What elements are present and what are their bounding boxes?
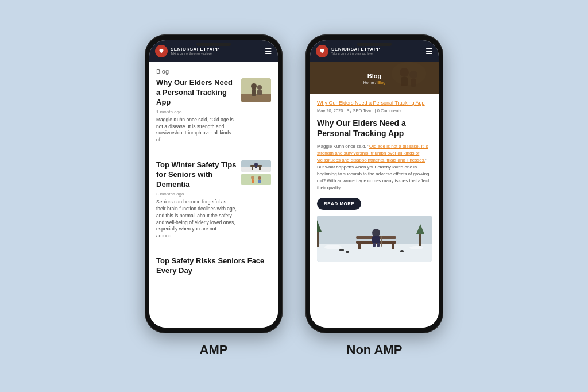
svg-rect-2 <box>241 94 271 102</box>
svg-rect-4 <box>252 89 256 96</box>
excerpt-text-1: Maggie Kuhn once said, " <box>317 144 369 149</box>
svg-rect-16 <box>252 179 254 183</box>
amp-article-2-excerpt: Seniors can become forgetful as their br… <box>156 199 237 240</box>
svg-point-17 <box>258 176 261 180</box>
amp-article-2-thumb-1 <box>241 160 271 172</box>
non-amp-screen-content: Why Our Elders Need a Personal Tracking … <box>310 94 439 328</box>
svg-rect-11 <box>259 167 261 170</box>
non-amp-banner: Blog Home / Blog <box>310 62 439 94</box>
amp-content-area: Blog Why Our Elders Need a Personal Trac… <box>149 62 278 290</box>
non-amp-article-meta: May 20, 2020 | By SEO Team | 0 Comments <box>317 108 432 113</box>
amp-article-1-title[interactable]: Why Our Elders Need a Personal Tracking … <box>156 78 237 107</box>
non-amp-navbar-brand: SENIORSAFETYAPP Taking care of the ones … <box>316 45 380 57</box>
amp-article-2-title[interactable]: Top Winter Safety Tips for Seniors with … <box>156 160 237 190</box>
amp-article-2: Top Winter Safety Tips for Seniors with … <box>156 160 271 248</box>
amp-phone-screen: SENIORSAFETYAPP Taking care of the ones … <box>149 40 278 328</box>
amp-brand-text: SENIORSAFETYAPP Taking care of the ones … <box>171 47 219 56</box>
svg-point-38 <box>372 229 380 237</box>
amp-phone-frame: SENIORSAFETYAPP Taking care of the ones … <box>145 34 283 333</box>
non-amp-banner-overlay: Blog Home / Blog <box>310 62 439 94</box>
non-amp-article-link[interactable]: Why Our Elders Need a Personal Tracking … <box>317 100 432 106</box>
amp-article-1-thumb-img <box>241 78 271 102</box>
svg-rect-42 <box>381 236 382 247</box>
amp-article-2-text: Top Winter Safety Tips for Seniors with … <box>156 160 237 240</box>
svg-rect-13 <box>255 166 257 168</box>
svg-rect-37 <box>392 244 394 249</box>
svg-rect-6 <box>257 90 262 95</box>
non-amp-brand-name: SENIORSAFETYAPP <box>331 47 380 52</box>
amp-article-1: Why Our Elders Need a Personal Tracking … <box>156 78 271 152</box>
svg-point-12 <box>254 163 258 166</box>
amp-article-2-thumbs <box>241 160 271 185</box>
non-amp-article-image <box>317 216 432 262</box>
svg-rect-18 <box>258 180 261 183</box>
non-amp-article-excerpt: Maggie Kuhn once said, "Old age is not a… <box>317 143 432 191</box>
amp-phone-wrapper: SENIORSAFETYAPP Taking care of the ones … <box>145 34 283 358</box>
svg-rect-14 <box>241 174 271 185</box>
amp-navbar: SENIORSAFETYAPP Taking care of the ones … <box>149 40 278 62</box>
non-amp-breadcrumb: Home / Blog <box>363 80 386 84</box>
svg-point-5 <box>257 85 262 90</box>
svg-point-43 <box>339 249 344 251</box>
non-amp-banner-title: Blog <box>368 72 381 79</box>
amp-brand-tagline: Taking care of the ones you love <box>171 52 219 55</box>
amp-hamburger-icon[interactable]: ☰ <box>265 47 272 55</box>
breadcrumb-home[interactable]: Home <box>363 80 374 84</box>
amp-brand-name: SENIORSAFETYAPP <box>171 47 219 52</box>
svg-rect-39 <box>372 236 380 243</box>
amp-label: AMP <box>200 343 228 358</box>
non-amp-label: Non AMP <box>347 343 403 358</box>
svg-rect-41 <box>377 243 380 247</box>
svg-point-15 <box>251 176 254 179</box>
svg-rect-10 <box>252 167 253 170</box>
amp-article-1-date: 1 month ago <box>156 109 237 114</box>
amp-screen-content: Blog Why Our Elders Need a Personal Trac… <box>149 62 278 328</box>
svg-point-47 <box>409 246 423 249</box>
svg-point-3 <box>251 83 257 89</box>
amp-article-3-title[interactable]: Top Safety Risks Seniors Face Every Day <box>156 256 271 276</box>
non-amp-phone-wrapper: SENIORSAFETYAPP Taking care of the ones … <box>305 34 443 358</box>
amp-article-2-date: 3 months ago <box>156 191 237 197</box>
non-amp-article-title: Why Our Elders Need a Personal Tracking … <box>317 118 432 139</box>
non-amp-phone-frame: SENIORSAFETYAPP Taking care of the ones … <box>305 34 443 333</box>
non-amp-navbar: SENIORSAFETYAPP Taking care of the ones … <box>310 40 439 62</box>
read-more-button[interactable]: READ MORE <box>317 198 361 210</box>
amp-article-1-text: Why Our Elders Need a Personal Tracking … <box>156 78 237 144</box>
amp-brand-icon <box>155 45 168 57</box>
non-amp-brand-text: SENIORSAFETYAPP Taking care of the ones … <box>331 47 380 56</box>
non-amp-hamburger-icon[interactable]: ☰ <box>425 47 433 55</box>
non-amp-content-area: Why Our Elders Need a Personal Tracking … <box>310 94 439 267</box>
non-amp-brand-icon <box>316 45 328 57</box>
non-amp-phone-screen: SENIORSAFETYAPP Taking care of the ones … <box>310 40 439 328</box>
comparison-container: SENIORSAFETYAPP Taking care of the ones … <box>145 34 443 358</box>
breadcrumb-current[interactable]: Blog <box>377 80 385 84</box>
svg-point-45 <box>400 250 404 252</box>
svg-point-46 <box>324 245 342 249</box>
svg-point-44 <box>346 251 349 253</box>
non-amp-brand-tagline: Taking care of the ones you love <box>331 52 380 55</box>
amp-article-1-thumb <box>241 78 271 102</box>
amp-article-1-excerpt: Maggie Kuhn once said, "Old age is not a… <box>156 117 237 144</box>
amp-blog-label: Blog <box>156 68 271 75</box>
svg-rect-40 <box>373 243 376 247</box>
amp-article-1-header: Why Our Elders Need a Personal Tracking … <box>156 78 271 144</box>
amp-article-3: Top Safety Risks Seniors Face Every Day <box>156 256 271 276</box>
amp-article-2-header: Top Winter Safety Tips for Seniors with … <box>156 160 271 240</box>
svg-rect-36 <box>358 244 361 249</box>
amp-navbar-brand: SENIORSAFETYAPP Taking care of the ones … <box>155 45 219 57</box>
amp-article-2-thumb-2 <box>241 174 271 185</box>
